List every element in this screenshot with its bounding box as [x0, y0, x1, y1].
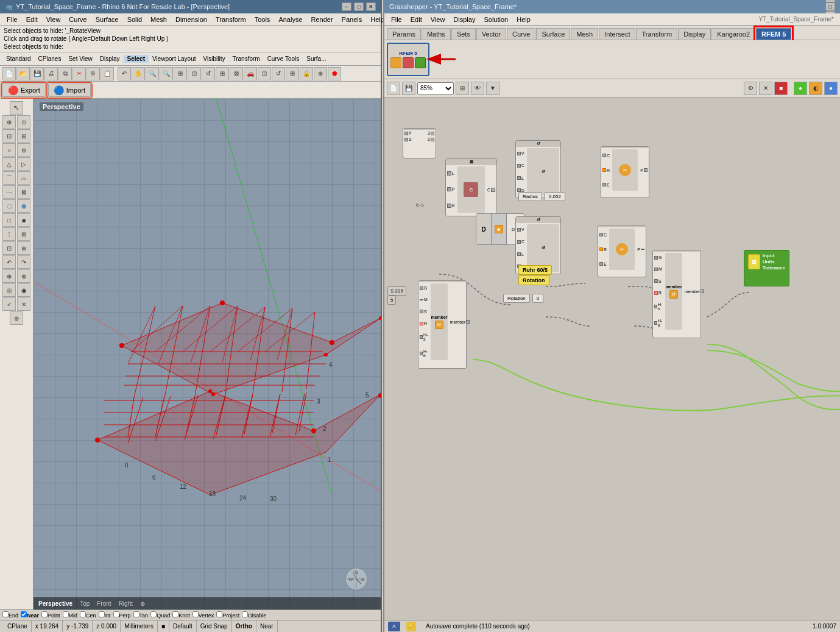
lt-btn7[interactable]: △: [2, 157, 16, 171]
status-ortho[interactable]: Ortho: [232, 620, 256, 632]
gh-stop-btn[interactable]: ■: [774, 82, 788, 95]
gh-blue-btn[interactable]: ●: [824, 82, 838, 95]
gmsr-node-right[interactable]: G M S R H-s H-e member M member: [652, 250, 701, 338]
status-cplane[interactable]: CPlane: [4, 620, 32, 632]
gh-tab-kangaroo[interactable]: Kangaroo2: [711, 28, 755, 40]
gh-menu-solution[interactable]: Solution: [479, 15, 512, 24]
gh-settings-btn[interactable]: ⚙: [744, 82, 757, 95]
gh-tab-surface[interactable]: Surface: [536, 28, 570, 40]
s235-label[interactable]: S 235: [387, 286, 406, 296]
gh-tab-mesh[interactable]: Mesh: [571, 28, 598, 40]
lt-btn18[interactable]: ⊞: [17, 227, 30, 241]
gmsr-node-left[interactable]: G M S R H-s H-e member M member: [418, 280, 467, 369]
lt-btn10[interactable]: ⌓: [17, 171, 30, 185]
lt-btn19[interactable]: ⊡: [2, 241, 16, 255]
main-proc-node[interactable]: ⊠ L P K C C: [445, 158, 497, 216]
snap-cen[interactable]: Cen: [80, 611, 96, 619]
menu-file[interactable]: File: [2, 15, 22, 24]
snap-knot[interactable]: Knot: [172, 611, 190, 619]
zoom-out-button[interactable]: 🔍: [160, 67, 173, 80]
gh-save-btn[interactable]: 💾: [402, 82, 415, 95]
gh-tab-intersect[interactable]: Intersect: [599, 28, 635, 40]
snap-int[interactable]: Int: [99, 611, 111, 619]
vp-tab-front[interactable]: Front: [97, 600, 111, 607]
menu-surface[interactable]: Surface: [91, 15, 123, 24]
gh-menu-display[interactable]: Display: [449, 15, 479, 24]
viewport-label[interactable]: Perspective: [40, 102, 83, 111]
car-icon-btn[interactable]: 🚗: [244, 67, 257, 80]
vp-tab-right[interactable]: Right: [119, 600, 133, 607]
tab-cplanes[interactable]: CPlanes: [35, 55, 65, 63]
tab-select[interactable]: Select: [124, 55, 149, 63]
vp-tab-top[interactable]: Top: [80, 600, 90, 607]
menu-transform[interactable]: Transform: [211, 15, 250, 24]
lt-btn6[interactable]: ⊛: [17, 143, 30, 157]
menu-edit[interactable]: Edit: [22, 15, 42, 24]
lt-btn11[interactable]: ⋯: [2, 185, 16, 199]
gh-green-btn[interactable]: ●: [794, 82, 807, 95]
cre-node-2[interactable]: C R E ✏ P: [598, 225, 646, 277]
lt-btn12[interactable]: ⊠: [17, 185, 30, 199]
snap-end[interactable]: End: [2, 611, 18, 619]
gh-maximize[interactable]: □: [825, 2, 835, 11]
s235-label2[interactable]: 5: [387, 296, 396, 305]
zoom-fit-button[interactable]: ⊞: [174, 67, 187, 80]
grid-button[interactable]: ⊞: [216, 67, 229, 80]
tb10[interactable]: ⊞: [286, 67, 299, 80]
baustahl-label[interactable]: Rohr 60/5: [518, 265, 552, 275]
lt-btn4[interactable]: ⊞: [17, 129, 30, 143]
snap-point[interactable]: Point: [41, 611, 60, 619]
gh-eye-btn[interactable]: 👁: [471, 82, 484, 95]
gh-tab-maths[interactable]: Maths: [422, 28, 451, 40]
status-units[interactable]: Millimeters: [121, 620, 158, 632]
maximize-button[interactable]: □: [354, 2, 364, 11]
tb7[interactable]: ⊠: [230, 67, 243, 80]
new-file-button[interactable]: 📄: [2, 67, 16, 80]
lt-btn28[interactable]: ✕: [17, 297, 30, 311]
status-grid-snap[interactable]: Grid Snap: [197, 620, 232, 632]
open-button[interactable]: 📂: [16, 67, 30, 80]
cre-node-1[interactable]: C R E ✏ P: [601, 146, 649, 198]
tab-setview[interactable]: Set View: [65, 55, 96, 63]
viewport[interactable]: 0 6 12 18 24 30 1 2 3 4 5 Perspective: [34, 99, 381, 609]
vp-tab-add[interactable]: ⊕: [140, 600, 145, 607]
gh-clear-btn[interactable]: ✕: [759, 82, 772, 95]
gh-tab-sets[interactable]: Sets: [451, 28, 476, 40]
gh-menu-edit[interactable]: Edit: [406, 15, 426, 24]
select-tool[interactable]: ↖: [10, 101, 23, 115]
snap-project[interactable]: Project: [216, 611, 239, 619]
gh-zoom-select[interactable]: 85%: [417, 82, 454, 94]
status-near[interactable]: Near: [256, 620, 278, 632]
lt-btn2[interactable]: ⊙: [17, 115, 30, 129]
lt-btn24[interactable]: ⊗: [17, 269, 30, 283]
gh-tab-transform[interactable]: Transform: [636, 28, 677, 40]
undo-button[interactable]: ↶: [118, 67, 131, 80]
lt-btn22[interactable]: ↷: [17, 255, 30, 269]
menu-view[interactable]: View: [42, 15, 65, 24]
tab-viewport[interactable]: Viewport Layout: [149, 55, 200, 63]
snap-perp[interactable]: Perp: [113, 611, 131, 619]
radius-label-node[interactable]: Radius 0.052: [518, 192, 565, 201]
menu-tools[interactable]: Tools: [250, 15, 275, 24]
rotation-label-node[interactable]: Rotation 0: [503, 294, 543, 303]
tb9[interactable]: ↺: [272, 67, 285, 80]
gh-tab-vector[interactable]: Vector: [476, 28, 506, 40]
tb11[interactable]: 🔒: [300, 67, 313, 80]
lt-btn17[interactable]: ⋮: [2, 227, 16, 241]
menu-panels[interactable]: Panels: [337, 15, 367, 24]
export-button[interactable]: 🔴 Export: [2, 83, 46, 97]
lt-btn5[interactable]: ○: [2, 143, 16, 157]
lt-btn16[interactable]: ■: [17, 213, 30, 227]
zoom-in-button[interactable]: 🔍: [146, 67, 159, 80]
menu-dimension[interactable]: Dimension: [171, 15, 211, 24]
tb13[interactable]: ⬟: [328, 67, 341, 80]
snap-vertex[interactable]: Vertex: [192, 611, 214, 619]
gh-new-btn[interactable]: 📄: [387, 82, 400, 95]
snap-near[interactable]: Near: [21, 611, 39, 619]
lt-btn3[interactable]: ⊡: [2, 129, 16, 143]
lt-btn27[interactable]: ✓: [2, 297, 16, 311]
snap-quad[interactable]: Quad: [150, 611, 170, 619]
gh-tab-display[interactable]: Display: [678, 28, 711, 40]
menu-render[interactable]: Render: [307, 15, 337, 24]
gh-menu-help[interactable]: Help: [512, 15, 535, 24]
